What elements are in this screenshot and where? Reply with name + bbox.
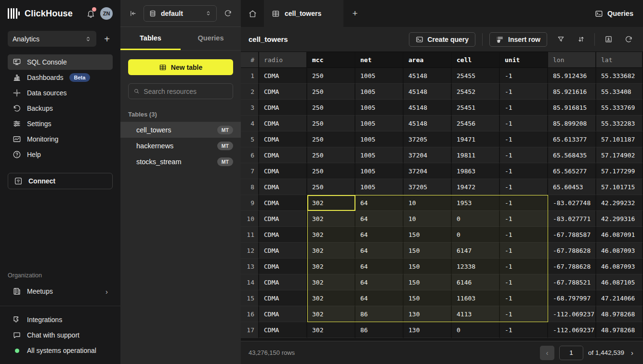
sort-button[interactable] [574, 33, 588, 46]
grid-cell[interactable]: 302 [307, 306, 355, 322]
grid-cell[interactable]: CDMA [259, 259, 307, 274]
grid-cell[interactable]: 85.916815 [548, 100, 596, 116]
grid-cell[interactable]: 1005 [355, 100, 404, 116]
grid-cell[interactable]: 85.921616 [548, 84, 596, 100]
grid-cell[interactable]: 64 [355, 243, 404, 259]
table-list-item-cell-towers[interactable]: cell_towers MT [120, 122, 241, 138]
grid-cell[interactable]: 55.333682 [596, 68, 643, 84]
grid-cell[interactable]: 19472 [452, 179, 500, 195]
add-service-button[interactable]: + [101, 34, 113, 44]
row-number[interactable]: 17 [241, 322, 259, 338]
grid-header-cell[interactable]: net [355, 52, 404, 68]
grid-cell[interactable]: 130 [404, 322, 452, 338]
grid-cell[interactable]: 64 [355, 259, 404, 274]
grid-cell[interactable]: 1005 [355, 179, 404, 195]
grid-cell[interactable]: 19863 [452, 163, 500, 179]
grid-cell[interactable]: 11603 [452, 290, 500, 306]
nav-item-help[interactable]: Help [8, 147, 113, 162]
grid-header-cell[interactable]: # [241, 52, 259, 68]
grid-cell[interactable]: 250 [307, 147, 355, 163]
grid-cell[interactable]: 46.087091 [596, 227, 643, 243]
grid-cell[interactable]: -67.788628 [548, 259, 596, 274]
grid-cell[interactable]: CDMA [259, 274, 307, 290]
row-number[interactable]: 12 [241, 243, 259, 259]
grid-cell[interactable]: 302 [307, 274, 355, 290]
grid-cell[interactable]: 57.174902 [596, 147, 643, 163]
grid-header-cell[interactable]: lat [596, 52, 643, 68]
row-number[interactable]: 6 [241, 147, 259, 163]
grid-cell[interactable]: 55.33408 [596, 84, 643, 100]
grid-cell[interactable]: 46.087093 [596, 259, 643, 274]
grid-cell[interactable]: 47.214066 [596, 290, 643, 306]
notifications-button[interactable] [85, 8, 96, 19]
grid-cell[interactable]: -1 [500, 68, 548, 84]
grid-cell[interactable]: 37205 [404, 131, 452, 147]
grid-cell[interactable]: 250 [307, 84, 355, 100]
grid-cell[interactable]: 130 [404, 306, 452, 322]
grid-cell[interactable]: 250 [307, 68, 355, 84]
grid-cell[interactable]: 302 [307, 195, 355, 211]
grid-cell[interactable]: 25451 [452, 100, 500, 116]
grid-cell[interactable]: 0 [452, 227, 500, 243]
grid-cell[interactable]: CDMA [259, 84, 307, 100]
system-status-link[interactable]: All systems operational [8, 343, 113, 358]
grid-cell[interactable]: 46.087093 [596, 243, 643, 259]
grid-cell[interactable]: -112.069237 [548, 322, 596, 338]
grid-cell[interactable]: 86 [355, 322, 404, 338]
tab-tables[interactable]: Tables [120, 27, 181, 50]
nav-item-dashboards[interactable]: Dashboards Beta [8, 70, 113, 85]
grid-cell[interactable]: 55.332283 [596, 116, 643, 131]
grid-cell[interactable]: CDMA [259, 243, 307, 259]
nav-item-chat-support[interactable]: Chat with support [8, 327, 113, 343]
grid-cell[interactable]: 64 [355, 227, 404, 243]
nav-item-data-sources[interactable]: Data sources [8, 85, 113, 101]
queries-button[interactable]: Queries [585, 0, 643, 27]
grid-cell[interactable]: 48.978268 [596, 306, 643, 322]
row-number[interactable]: 8 [241, 179, 259, 195]
refresh-tables-button[interactable] [222, 7, 234, 20]
grid-cell[interactable]: -1 [500, 116, 548, 131]
grid-cell[interactable]: 250 [307, 163, 355, 179]
grid-cell[interactable]: 65.60453 [548, 179, 596, 195]
row-number[interactable]: 2 [241, 84, 259, 100]
grid-cell[interactable]: 45148 [404, 100, 452, 116]
grid-header-cell[interactable]: mcc [307, 52, 355, 68]
grid-cell[interactable]: 150 [404, 259, 452, 274]
nav-item-meetups[interactable]: Meetups › [8, 284, 113, 299]
grid-cell[interactable]: 45148 [404, 84, 452, 100]
grid-cell[interactable]: 302 [307, 211, 355, 227]
grid-cell[interactable]: 1005 [355, 131, 404, 147]
grid-cell[interactable]: 150 [404, 274, 452, 290]
grid-cell[interactable]: 57.177299 [596, 163, 643, 179]
grid-cell[interactable]: -83.027748 [548, 195, 596, 211]
row-number[interactable]: 4 [241, 116, 259, 131]
next-page-button[interactable]: › [629, 349, 635, 357]
row-number[interactable]: 13 [241, 259, 259, 274]
prev-page-button[interactable]: ‹ [540, 346, 554, 360]
grid-cell[interactable]: 85.899208 [548, 116, 596, 131]
grid-cell[interactable]: 1005 [355, 68, 404, 84]
grid-cell[interactable]: CDMA [259, 306, 307, 322]
grid-cell[interactable]: -1 [500, 306, 548, 322]
grid-cell[interactable]: -67.788628 [548, 243, 596, 259]
row-number[interactable]: 9 [241, 195, 259, 211]
grid-cell[interactable]: 1953 [452, 195, 500, 211]
workspace-selector[interactable]: Analytics [8, 31, 96, 47]
nav-item-backups[interactable]: Backups [8, 101, 113, 116]
grid-header-cell[interactable]: area [404, 52, 452, 68]
grid-cell[interactable]: 57.101715 [596, 179, 643, 195]
grid-cell[interactable]: CDMA [259, 116, 307, 131]
row-number[interactable]: 10 [241, 211, 259, 227]
grid-cell[interactable]: 302 [307, 243, 355, 259]
nav-item-integrations[interactable]: Integrations [8, 312, 113, 327]
grid-cell[interactable]: 302 [307, 290, 355, 306]
tab-queries[interactable]: Queries [181, 27, 241, 50]
grid-cell[interactable]: -1 [500, 259, 548, 274]
grid-cell[interactable]: 25455 [452, 68, 500, 84]
grid-cell[interactable]: -1 [500, 131, 548, 147]
grid-cell[interactable]: -1 [500, 243, 548, 259]
grid-cell[interactable]: 86 [355, 306, 404, 322]
grid-cell[interactable]: 6147 [452, 243, 500, 259]
grid-cell[interactable]: -1 [500, 322, 548, 338]
grid-cell[interactable]: 45148 [404, 68, 452, 84]
